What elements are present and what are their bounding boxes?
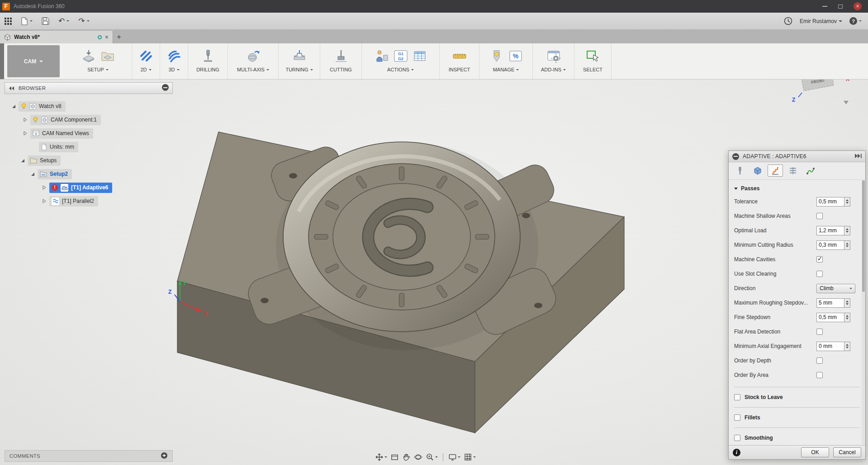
grid-settings-button[interactable] <box>462 451 477 462</box>
ribbon-group-label-manage[interactable]: MANAGE <box>493 67 519 72</box>
hand-pan-button[interactable] <box>401 451 412 462</box>
expand-open-icon[interactable] <box>20 158 25 163</box>
stepper-arrows[interactable] <box>844 226 850 235</box>
new-setup-icon[interactable] <box>80 47 97 65</box>
fusion-logo[interactable]: F <box>2 3 10 10</box>
tool-library-icon[interactable] <box>488 47 505 65</box>
tree-row-root[interactable]: Watch v8 <box>5 100 173 112</box>
panel-grip[interactable] <box>0 43 4 79</box>
2d-milling-icon[interactable] <box>138 47 155 65</box>
new-tab-button[interactable]: + <box>113 31 125 43</box>
ok-button[interactable]: OK <box>801 447 829 457</box>
expand-closed-icon[interactable] <box>42 185 47 190</box>
tree-row-cam-component[interactable]: CAM Component:1 <box>5 114 173 126</box>
tree-label[interactable]: [T1] Parallel2 <box>62 198 94 204</box>
close-button[interactable]: × <box>854 2 862 10</box>
tab-close-button[interactable]: × <box>105 34 109 40</box>
expand-open-icon[interactable] <box>11 103 16 109</box>
cutting-icon[interactable] <box>332 47 350 65</box>
ribbon-group-label-turning[interactable]: TURNING <box>285 67 313 72</box>
ribbon-group-label-multi-axis[interactable]: MULTI-AXIS <box>237 67 269 72</box>
restore-button[interactable] <box>838 5 843 9</box>
workspace-switcher[interactable]: CAM <box>7 45 60 77</box>
document-tab[interactable]: Watch v8* × <box>0 31 113 43</box>
file-menu-button[interactable] <box>21 17 33 25</box>
stock-to-leave-section[interactable]: Stock to Leave <box>734 387 860 407</box>
tree-row-setups[interactable]: Setups <box>5 155 173 166</box>
fine-stepdown-input[interactable] <box>816 313 844 322</box>
collapse-browser-icon[interactable] <box>9 86 14 91</box>
maximum-roughing-stepdown-input[interactable] <box>816 298 844 308</box>
tree-label[interactable]: Setup2 <box>50 171 68 177</box>
dialog-advance-icon[interactable] <box>854 153 862 160</box>
passes-section-header[interactable]: Passes <box>734 181 860 194</box>
new-folder-setup-icon[interactable] <box>99 47 116 65</box>
redo-button[interactable]: ↷ <box>78 17 89 25</box>
measure-icon[interactable] <box>451 47 468 65</box>
tree-label[interactable]: CAM Named Views <box>42 130 89 136</box>
flat-area-detection-checkbox[interactable] <box>816 329 823 335</box>
user-menu[interactable]: Emir Rustamov <box>800 18 842 24</box>
undo-button[interactable]: ↶ <box>58 17 69 25</box>
viewcube-menu-icon[interactable] <box>844 101 849 104</box>
expand-closed-icon[interactable] <box>23 117 28 122</box>
tolerance-input[interactable] <box>816 197 844 207</box>
select-icon[interactable] <box>584 47 602 65</box>
minimum-axial-engagement-input[interactable] <box>816 342 844 351</box>
browser-header[interactable]: BROWSER <box>5 82 173 94</box>
zoom-button[interactable] <box>424 451 439 462</box>
stepper-arrows[interactable] <box>844 298 850 308</box>
minimize-button[interactable] <box>822 6 827 7</box>
info-icon[interactable] <box>733 449 740 456</box>
expand-closed-icon[interactable] <box>23 131 28 136</box>
dialog-header[interactable]: ADAPTIVE : ADAPTIVE6 <box>729 151 865 162</box>
stepper-arrows[interactable] <box>844 313 850 322</box>
add-comment-icon[interactable] <box>161 452 168 460</box>
dialog-minimize-icon[interactable] <box>732 153 739 160</box>
look-at-button[interactable] <box>389 451 400 462</box>
ribbon-group-label-cutting[interactable]: CUTTING <box>330 67 352 72</box>
minimum-cutting-radius-input[interactable] <box>816 240 844 250</box>
direction-select[interactable]: Climb <box>816 284 855 293</box>
tab-tool[interactable] <box>732 164 748 177</box>
ribbon-group-label-select[interactable]: SELECT <box>583 67 602 72</box>
stepper-arrows[interactable] <box>844 342 850 351</box>
tab-passes[interactable] <box>768 164 783 177</box>
tree-row-setup2[interactable]: Setup2 <box>5 168 173 180</box>
job-status-button[interactable] <box>784 17 792 25</box>
tree-label[interactable]: [T1] Adaptive6 <box>71 184 108 191</box>
fillets-section[interactable]: Fillets <box>734 407 860 427</box>
pan-button[interactable] <box>374 451 389 462</box>
stepper-arrows[interactable] <box>844 240 850 250</box>
smoothing-checkbox[interactable] <box>734 435 740 441</box>
tab-linking[interactable] <box>803 164 818 177</box>
tab-heights[interactable] <box>785 164 801 177</box>
browser-options-icon[interactable] <box>162 84 169 91</box>
stock-to-leave-checkbox[interactable] <box>734 394 740 400</box>
turning-icon[interactable] <box>291 47 308 65</box>
ribbon-group-label-add-ins[interactable]: ADD-INS <box>541 67 566 72</box>
comments-bar[interactable]: COMMENTS <box>5 450 173 462</box>
tree-label[interactable]: Watch v8 <box>39 103 62 109</box>
drilling-icon[interactable] <box>199 47 217 65</box>
visibility-bulb-icon[interactable] <box>21 103 27 109</box>
machine-cavities-checkbox[interactable] <box>816 256 823 263</box>
ribbon-group-label-3d[interactable]: 3D <box>168 67 179 72</box>
setup-sheet-icon[interactable] <box>411 47 428 65</box>
3d-milling-icon[interactable] <box>166 47 183 65</box>
multi-axis-icon[interactable] <box>245 47 262 65</box>
expand-closed-icon[interactable] <box>42 198 47 204</box>
machine-shallow-areas-checkbox[interactable] <box>816 213 823 219</box>
smoothing-section[interactable]: Smoothing <box>734 427 860 445</box>
ribbon-group-label-2d[interactable]: 2D <box>140 67 151 72</box>
ribbon-group-label-setup[interactable]: SETUP <box>87 67 109 72</box>
fillets-checkbox[interactable] <box>734 414 740 421</box>
add-ins-icon[interactable] <box>545 47 562 65</box>
optimal-load-input[interactable] <box>816 226 844 235</box>
order-by-area-checkbox[interactable] <box>816 372 823 378</box>
stepper-arrows[interactable] <box>844 197 850 207</box>
tree-row-named-views[interactable]: CAM Named Views <box>5 127 173 139</box>
use-slot-clearing-checkbox[interactable] <box>816 271 823 277</box>
tab-geometry[interactable] <box>750 164 765 177</box>
tree-label[interactable]: CAM Component:1 <box>51 117 97 123</box>
